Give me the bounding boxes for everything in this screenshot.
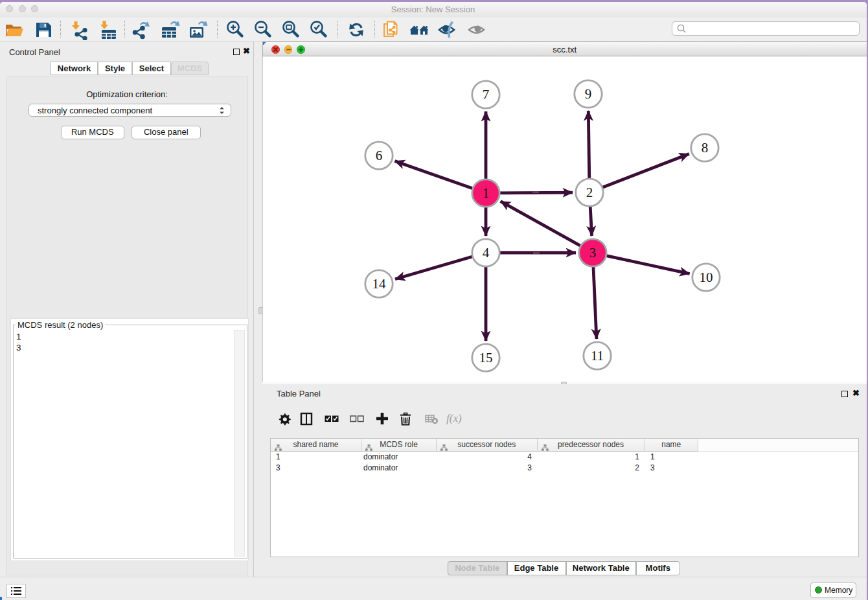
svg-text:10: 10: [700, 270, 713, 285]
svg-text:6: 6: [376, 148, 383, 163]
svg-text:7: 7: [483, 87, 490, 102]
svg-text:9: 9: [585, 86, 592, 102]
svg-text:14: 14: [372, 276, 387, 292]
svg-text:8: 8: [702, 140, 709, 156]
svg-text:1: 1: [483, 185, 490, 201]
svg-text:3: 3: [589, 245, 597, 260]
svg-text:4: 4: [483, 245, 490, 260]
svg-text:11: 11: [591, 348, 604, 363]
svg-text:15: 15: [479, 350, 493, 365]
svg-text:2: 2: [586, 185, 593, 200]
